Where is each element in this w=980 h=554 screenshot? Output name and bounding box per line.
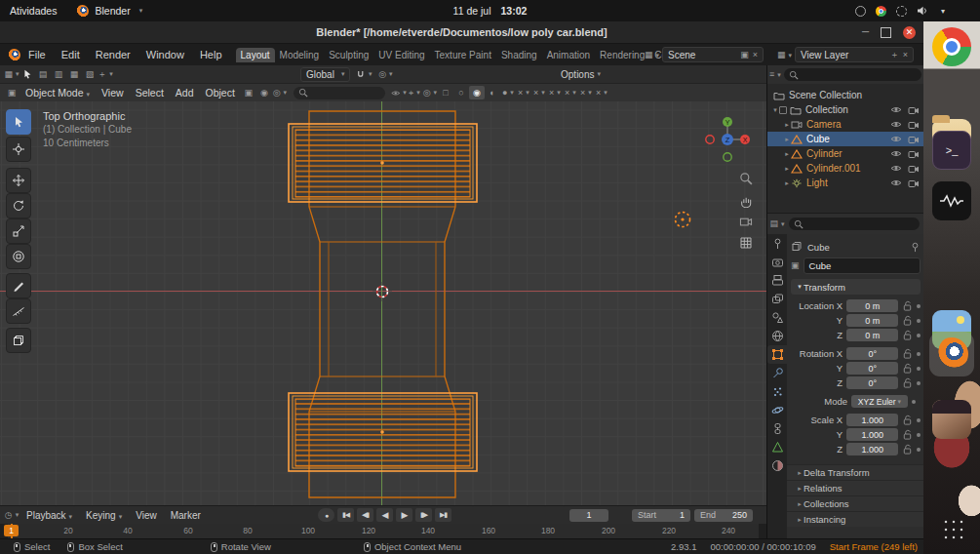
properties-search[interactable] — [789, 218, 920, 230]
animate-dot-icon[interactable] — [912, 400, 916, 404]
shading-solid-icon[interactable]: ◉ — [469, 86, 485, 99]
header-toggle-icon-4[interactable]: ×▾ — [563, 86, 578, 99]
scene-selector[interactable]: Scene ▣ × — [662, 47, 764, 62]
animate-dot-icon[interactable] — [917, 352, 921, 356]
transform-panel-header[interactable]: ▾Transform — [791, 279, 921, 295]
properties-editor-type-button[interactable]: ▤▾ — [769, 218, 785, 231]
gizmos-dropdown-icon[interactable]: ⌖▾ — [407, 86, 422, 99]
eye-icon[interactable] — [890, 164, 902, 173]
light-object-gizmo[interactable] — [671, 208, 694, 231]
tool-annotate[interactable] — [6, 273, 31, 298]
tool-option-icon-5[interactable]: ＋▾ — [98, 67, 113, 81]
tab-view-layer[interactable] — [767, 290, 787, 308]
tab-tool[interactable] — [767, 234, 787, 253]
current-frame-field[interactable]: 1 — [569, 509, 608, 522]
tab-constraints[interactable] — [767, 419, 787, 438]
chrome-tray-icon[interactable] — [876, 6, 886, 17]
location-y-field[interactable]: 0 m — [846, 314, 898, 327]
dock-audio-app-icon[interactable] — [932, 181, 971, 220]
render-camera-icon[interactable] — [908, 164, 920, 173]
render-camera-icon[interactable] — [908, 135, 920, 143]
animate-dot-icon[interactable] — [917, 448, 921, 452]
scene-browse-icon[interactable]: ▦▾ — [645, 51, 659, 59]
expand-icon[interactable]: ▸ — [783, 179, 791, 187]
header-toggle-icon-5[interactable]: ×▾ — [578, 86, 594, 99]
animate-dot-icon[interactable] — [917, 304, 921, 308]
editor-type-button[interactable]: ▦▾ — [4, 67, 20, 81]
tool-add-cube[interactable] — [6, 328, 31, 353]
render-camera-icon[interactable] — [908, 105, 920, 114]
volume-icon[interactable] — [917, 6, 928, 16]
dock-art-app-icon[interactable] — [932, 400, 971, 439]
lock-icon[interactable] — [902, 348, 913, 359]
shading-material-icon[interactable]: ◐ — [485, 86, 500, 99]
rotation-mode-dropdown[interactable]: XYZ Euler▾ — [851, 395, 908, 408]
active-tool-icon[interactable] — [20, 67, 35, 81]
outliner-search[interactable] — [784, 68, 921, 81]
breadcrumb-object[interactable]: Cube — [807, 242, 830, 253]
lock-icon[interactable] — [902, 377, 913, 388]
overlays-dropdown-icon[interactable]: ◎▾ — [422, 86, 438, 99]
tool-transform[interactable] — [6, 244, 31, 269]
tab-particles[interactable] — [767, 382, 787, 401]
end-frame-field[interactable]: End 250 — [694, 509, 753, 522]
navigation-gizmo[interactable]: X Y Z — [705, 117, 750, 162]
show-applications-button[interactable] — [941, 517, 964, 540]
lock-icon[interactable] — [902, 415, 913, 425]
timeline-editor-type-button[interactable]: ◷▾ — [4, 508, 20, 522]
play-button[interactable]: ▶ — [396, 508, 412, 522]
outliner-row-cylinder[interactable]: ▸ Cylinder — [767, 146, 923, 161]
location-x-field[interactable]: 0 m — [846, 299, 898, 312]
expand-icon[interactable]: ▸ — [783, 150, 791, 158]
menu-window[interactable]: Window — [138, 49, 192, 60]
jump-to-end-button[interactable]: ▶▮ — [435, 508, 451, 522]
tab-modeling[interactable]: Modeling — [275, 48, 325, 62]
panel-divider[interactable] — [766, 65, 767, 538]
dock-blender-icon[interactable] — [935, 337, 968, 371]
eye-icon[interactable] — [890, 178, 902, 187]
tab-shading[interactable]: Shading — [496, 48, 542, 62]
section-instancing[interactable]: ▸Instancing — [787, 511, 923, 527]
start-frame-field[interactable]: Start 1 — [632, 509, 690, 522]
animate-dot-icon[interactable] — [917, 418, 921, 422]
animate-dot-icon[interactable] — [917, 367, 921, 371]
lock-icon[interactable] — [902, 300, 913, 311]
menu-marker[interactable]: Marker — [164, 510, 208, 521]
viewport-search[interactable] — [294, 87, 385, 99]
viewport-3d[interactable]: Top Orthographic (1) Collection | Cube 1… — [0, 101, 766, 505]
expand-icon[interactable]: ▸ — [783, 165, 791, 173]
tab-material[interactable] — [767, 456, 787, 475]
system-menu-chevron-icon[interactable]: ▾ — [941, 7, 945, 16]
snap-magnet-icon[interactable]: ▾ — [356, 67, 372, 81]
tool-move[interactable] — [6, 168, 31, 193]
outliner-row-cylinder-001[interactable]: ▸ Cylinder.001 — [767, 161, 923, 176]
render-camera-icon[interactable] — [908, 178, 920, 187]
eye-icon[interactable] — [890, 120, 902, 129]
tab-output[interactable] — [767, 271, 787, 290]
animate-dot-icon[interactable] — [917, 319, 921, 323]
animate-dot-icon[interactable] — [917, 334, 921, 337]
outliner-row-light[interactable]: ▸ Light — [767, 176, 923, 190]
jump-to-start-button[interactable]: ▮◀ — [337, 508, 354, 522]
header-toggle-icon-1[interactable]: ×▾ — [516, 86, 531, 99]
menu-object[interactable]: Object — [200, 87, 241, 99]
tab-render[interactable] — [767, 253, 787, 271]
menu-help[interactable]: Help — [192, 49, 230, 60]
eye-icon[interactable] — [890, 105, 902, 114]
tool-cursor[interactable] — [6, 137, 31, 162]
visibility-dropdown-icon[interactable]: ▾ — [391, 86, 407, 99]
clock-menu[interactable]: 11 de jul 13:02 — [453, 0, 528, 21]
expand-icon[interactable]: ▸ — [783, 121, 791, 129]
lock-icon[interactable] — [902, 330, 913, 340]
view-layer-selector[interactable]: View Layer ＋ × — [795, 47, 914, 62]
tab-layout[interactable]: Layout — [236, 48, 275, 62]
camera-view-icon[interactable] — [739, 217, 753, 226]
outliner-editor-type-button[interactable]: ≡▾ — [769, 68, 781, 82]
lock-icon[interactable] — [902, 363, 913, 374]
rotation-y-field[interactable]: 0° — [846, 362, 898, 375]
screencast-indicator-icon[interactable] — [855, 6, 866, 17]
app-menu[interactable]: Blender ▾ — [66, 0, 152, 21]
select-mode-icon-1[interactable]: ▣ — [241, 86, 256, 99]
scale-x-field[interactable]: 1.000 — [846, 414, 898, 426]
select-mode-icon-3[interactable]: ◎▾ — [272, 86, 288, 99]
